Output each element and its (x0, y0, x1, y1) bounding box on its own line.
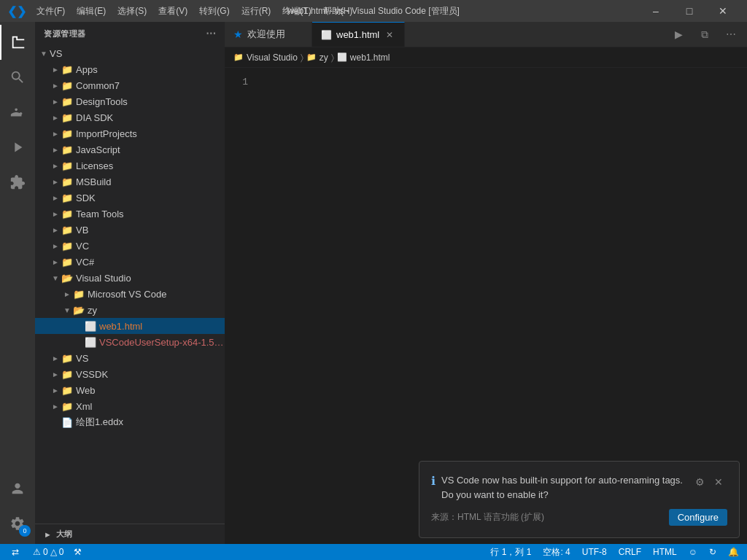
menu-file[interactable]: 文件(F) (32, 4, 69, 19)
menu-view[interactable]: 查看(V) (154, 4, 192, 19)
line-ending-text: CRLF (619, 547, 641, 557)
tree-item-licenses[interactable]: ► 📁 Licenses (35, 158, 225, 174)
error-count: 0 (43, 547, 48, 557)
notification-footer: 来源：HTML 语言功能 (扩展) Configure (431, 509, 727, 526)
tree-item-importprojects[interactable]: ► 📁 ImportProjects (35, 125, 225, 141)
file-tree[interactable]: ▼ VS ► 📁 Apps ► 📁 Common7 ► 📁 DesignTool… (35, 45, 225, 524)
split-editor-icon[interactable]: ⧉ (694, 24, 715, 44)
tree-item-vssdk[interactable]: ► 📁 VSSDK (35, 366, 225, 382)
more-actions-editor-icon[interactable]: ⋯ (721, 24, 741, 44)
run-icon[interactable]: ▶ (668, 24, 689, 44)
tree-item-vscodesetup[interactable]: ► ⬜ VSCodeUserSetup-x64-1.53.2.exe (35, 334, 225, 350)
menu-edit[interactable]: 编辑(E) (72, 4, 110, 19)
minimize-button[interactable]: – (639, 0, 673, 22)
tree-item-vc[interactable]: ► 📁 VC (35, 238, 225, 254)
spaces-text: 空格: 4 (543, 546, 570, 559)
expand-outline-arrow: ► (44, 530, 52, 539)
notification-message: VS Code now has built-in support for aut… (441, 473, 685, 502)
maximize-button[interactable]: □ (673, 0, 706, 22)
tree-item-zy[interactable]: ▼ 📂 zy (35, 302, 225, 318)
label-visualstudio: Visual Studio (76, 273, 131, 284)
menu-goto[interactable]: 转到(G) (195, 4, 233, 19)
folder-icon-licenses: 📁 (61, 160, 73, 171)
window-controls[interactable]: – □ ✕ (639, 0, 740, 22)
tree-item-javascript[interactable]: ► 📁 JavaScript (35, 141, 225, 158)
status-errors[interactable]: ⚠ 0 △ 0 (31, 547, 66, 557)
tab-close-button[interactable]: ✕ (384, 29, 395, 41)
tree-item-xml[interactable]: ► 📁 Xml (35, 398, 225, 414)
tree-item-web1html[interactable]: ► ⬜ web1.html (35, 318, 225, 334)
tree-item-msbuild[interactable]: ► 📁 MSBuild (35, 174, 225, 190)
tab-web1html[interactable]: ⬜ web1.html ✕ (312, 22, 405, 47)
tree-item-common7[interactable]: ► 📁 Common7 (35, 77, 225, 93)
folder-icon-javascript: 📁 (61, 144, 73, 155)
outline-panel[interactable]: ► 大纲 (35, 524, 225, 544)
tree-item-sdk[interactable]: ► 📁 SDK (35, 190, 225, 206)
folder-icon-vssdk: 📁 (61, 368, 73, 380)
activity-source-control[interactable] (0, 95, 35, 130)
tab-welcome-label: 欢迎使用 (247, 28, 285, 41)
arrow-vb: ► (50, 226, 61, 234)
tree-item-diasdk[interactable]: ► 📁 DIA SDK (35, 109, 225, 125)
editor-toolbar: ▶ ⧉ ⋯ (662, 22, 747, 47)
arrow-msbuild: ► (50, 178, 61, 186)
notification-settings-icon[interactable]: ⚙ (691, 473, 708, 491)
tree-item-microsoftcode[interactable]: ► 📁 Microsoft VS Code (35, 286, 225, 302)
tree-item-visualstudio[interactable]: ▼ 📂 Visual Studio (35, 270, 225, 286)
tab-welcome[interactable]: ★ 欢迎使用 (225, 22, 312, 47)
tree-item-designtools[interactable]: ► 📁 DesignTools (35, 93, 225, 109)
label-msbuild: MSBuild (76, 176, 111, 187)
label-designtools: DesignTools (76, 96, 128, 107)
breadcrumb-zy-icon: 📁 (306, 52, 317, 62)
label-zy: zy (88, 305, 97, 316)
tree-item-drawing[interactable]: ► 📄 绘图1.eddx (35, 414, 225, 430)
activity-extensions[interactable] (0, 165, 35, 200)
notification-popup: ℹ VS Code now has built-in support for a… (419, 461, 740, 538)
menu-run[interactable]: 运行(R) (237, 4, 276, 19)
activity-explorer[interactable] (0, 25, 35, 60)
breadcrumb-zy[interactable]: 📁 zy (306, 52, 328, 63)
activity-search[interactable] (0, 60, 35, 95)
status-sync[interactable]: ↻ (707, 547, 719, 557)
status-extensions-icon[interactable]: ⚒ (71, 547, 84, 557)
activity-run[interactable] (0, 130, 35, 165)
tree-item-vs2[interactable]: ► 📁 VS (35, 350, 225, 366)
status-line-ending[interactable]: CRLF (616, 547, 643, 557)
tree-item-apps[interactable]: ► 📁 Apps (35, 61, 225, 77)
label-web1html: web1.html (99, 321, 142, 332)
arrow-licenses: ► (50, 162, 61, 170)
status-remote[interactable]: ⇄ (6, 547, 25, 557)
close-button[interactable]: ✕ (706, 0, 740, 22)
line-number-1: 1 (231, 75, 248, 89)
tree-item-web[interactable]: ► 📁 Web (35, 382, 225, 398)
breadcrumb-web1html[interactable]: ⬜ web1.html (337, 52, 390, 63)
folder-icon-vb: 📁 (61, 224, 73, 236)
configure-button[interactable]: Configure (669, 509, 727, 526)
status-notifications[interactable]: 🔔 (726, 547, 741, 557)
tree-item-vcsharp[interactable]: ► 📁 VC# (35, 254, 225, 270)
exe-file-icon: ⬜ (85, 336, 96, 348)
tree-item-vb[interactable]: ► 📁 VB (35, 222, 225, 238)
status-spaces[interactable]: 空格: 4 (541, 546, 572, 559)
folder-icon-zy: 📂 (73, 304, 85, 316)
menu-select[interactable]: 选择(S) (113, 4, 151, 19)
breadcrumb-visualstudio[interactable]: 📁 Visual Studio (233, 52, 298, 63)
status-language[interactable]: HTML (651, 547, 679, 557)
status-encoding[interactable]: UTF-8 (580, 547, 609, 557)
sidebar-header-actions[interactable]: ⋯ (206, 28, 217, 39)
label-apps: Apps (76, 64, 98, 75)
folder-icon-importprojects: 📁 (61, 128, 73, 139)
feedback-icon: ☺ (689, 547, 697, 557)
status-line-col[interactable]: 行 1，列 1 (488, 546, 533, 559)
status-feedback[interactable]: ☺ (686, 547, 700, 557)
activity-settings[interactable]: 0 (0, 506, 35, 541)
encoding-text: UTF-8 (582, 547, 607, 557)
activity-bar: 0 (0, 22, 35, 544)
more-actions-icon[interactable]: ⋯ (206, 28, 217, 39)
tree-root-vs[interactable]: ▼ VS (35, 45, 225, 61)
activity-account[interactable] (0, 471, 35, 506)
notification-close-icon[interactable]: ✕ (710, 473, 727, 491)
sidebar-title: 资源管理器 (44, 28, 86, 39)
tree-item-teamtools[interactable]: ► 📁 Team Tools (35, 206, 225, 222)
label-vs2: VS (76, 353, 88, 364)
